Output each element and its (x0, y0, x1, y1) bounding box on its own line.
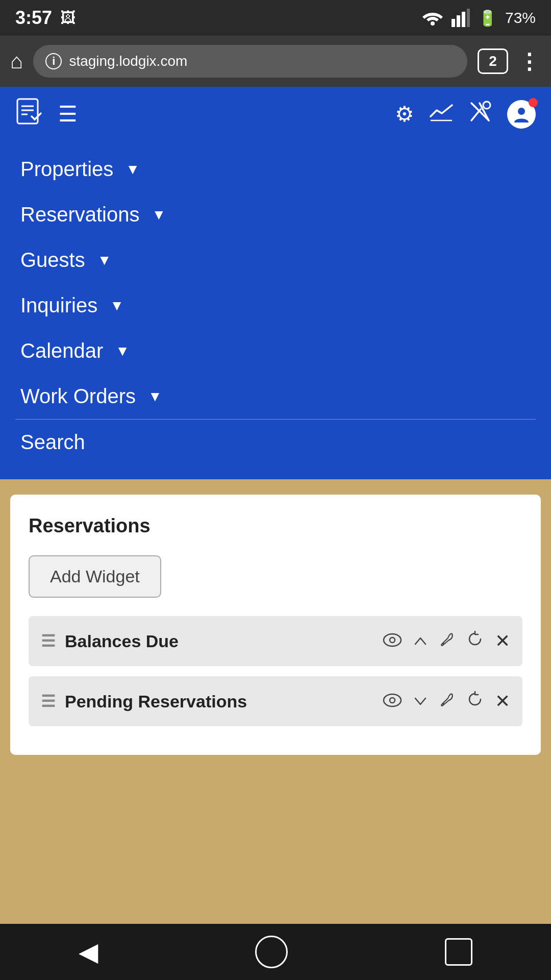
main-content: Reservations Add Widget ☰ Balances Due (0, 479, 551, 782)
configure-icon[interactable] (439, 631, 455, 651)
browser-tabs-button[interactable]: 2 (478, 48, 508, 74)
chevron-down-icon: ▼ (126, 161, 140, 178)
tools-icon[interactable] (468, 100, 492, 129)
widget-visibility-icon[interactable] (383, 692, 402, 712)
nav-item-work-orders[interactable]: Work Orders ▼ (15, 374, 536, 419)
configure-icon[interactable] (439, 691, 455, 712)
svg-point-14 (518, 108, 525, 115)
nav-menu-items: Properties ▼ Reservations ▼ Guests ▼ Inq… (15, 146, 536, 479)
drag-handle-icon: ☰ (41, 692, 56, 711)
nav-item-reservations[interactable]: Reservations ▼ (15, 192, 536, 237)
widget-row-balances-due: ☰ Balances Due (29, 616, 522, 666)
nav-bar: ☰ ⚙ (0, 87, 551, 479)
move-down-icon[interactable] (413, 692, 428, 712)
svg-point-16 (390, 638, 395, 643)
widget-pending-reservations-label: Pending Reservations (65, 692, 247, 712)
browser-bar: ⌂ i staging.lodgix.com 2 ⋮ (0, 36, 551, 87)
nav-search-link[interactable]: Search (15, 419, 536, 469)
nav-item-properties[interactable]: Properties ▼ (15, 146, 536, 192)
settings-icon[interactable]: ⚙ (395, 102, 414, 127)
move-up-icon[interactable] (413, 631, 428, 651)
chevron-down-icon: ▼ (110, 298, 124, 314)
browser-info-icon: i (45, 53, 62, 69)
battery-icon: 🔋 (478, 9, 497, 27)
browser-menu-button[interactable]: ⋮ (518, 49, 541, 74)
status-time: 3:57 (15, 7, 52, 29)
home-button[interactable] (255, 936, 288, 968)
browser-url-text: staging.lodgix.com (69, 53, 187, 69)
drag-handle-icon: ☰ (41, 631, 56, 651)
user-avatar-icon[interactable] (507, 100, 536, 129)
refresh-icon[interactable] (466, 630, 484, 652)
svg-rect-1 (452, 19, 455, 27)
widget-card-title: Reservations (29, 515, 522, 537)
svg-point-19 (390, 698, 395, 703)
chevron-down-icon: ▼ (115, 343, 130, 359)
chevron-down-icon: ▼ (97, 252, 112, 268)
nav-item-calendar[interactable]: Calendar ▼ (15, 328, 536, 374)
widget-row-pending-reservations: ☰ Pending Reservations (29, 676, 522, 726)
svg-point-20 (442, 703, 444, 705)
svg-point-13 (483, 102, 490, 109)
svg-point-17 (442, 643, 444, 645)
notification-badge (529, 98, 538, 107)
add-widget-button[interactable]: Add Widget (29, 555, 161, 598)
logo-icon (15, 97, 44, 131)
svg-rect-4 (467, 9, 470, 27)
widget-visibility-icon[interactable] (383, 631, 402, 651)
photo-icon: 🖼 (60, 9, 76, 27)
remove-widget-icon[interactable]: ✕ (495, 691, 510, 712)
nav-item-guests[interactable]: Guests ▼ (15, 237, 536, 283)
signal-icon (452, 9, 470, 27)
wifi-icon (422, 10, 443, 26)
svg-point-0 (431, 21, 435, 26)
widget-balances-due-label: Balances Due (65, 631, 179, 651)
overview-button[interactable] (445, 938, 472, 966)
nav-item-inquiries[interactable]: Inquiries ▼ (15, 283, 536, 328)
hamburger-menu-icon[interactable]: ☰ (58, 102, 78, 127)
bottom-nav-bar: ◀ (0, 924, 551, 980)
status-bar: 3:57 🖼 🔋 73% (0, 0, 551, 36)
svg-point-15 (384, 634, 401, 646)
battery-percent: 73% (505, 9, 536, 27)
chevron-down-icon: ▼ (148, 388, 162, 405)
chevron-down-icon: ▼ (152, 207, 166, 223)
browser-url-bar[interactable]: i staging.lodgix.com (33, 45, 467, 78)
back-button[interactable]: ◀ (79, 937, 98, 967)
reservations-widget-card: Reservations Add Widget ☰ Balances Due (10, 495, 541, 755)
svg-rect-2 (457, 15, 460, 27)
svg-point-18 (384, 694, 401, 706)
svg-rect-3 (462, 12, 465, 27)
chart-icon[interactable] (430, 102, 453, 127)
browser-home-icon[interactable]: ⌂ (10, 49, 23, 74)
refresh-icon[interactable] (466, 691, 484, 712)
remove-widget-icon[interactable]: ✕ (495, 630, 510, 652)
